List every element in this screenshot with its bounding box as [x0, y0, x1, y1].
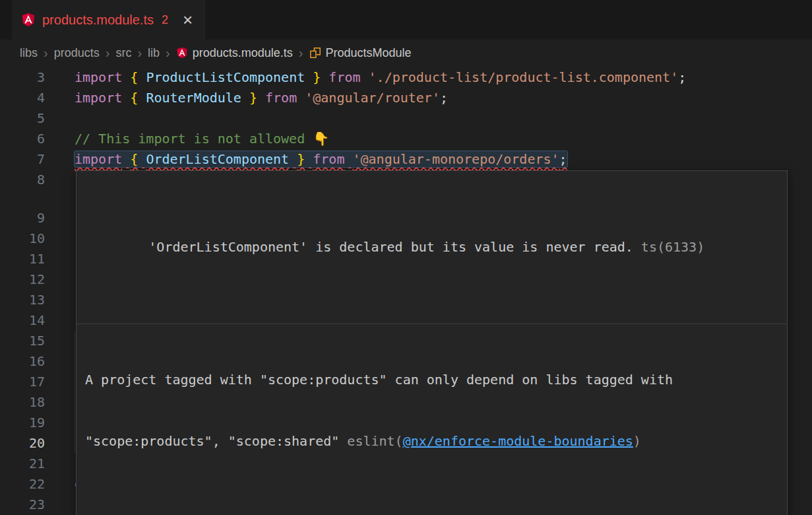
diagnostic-hover-widget: 'OrderListComponent' is declared but its…: [76, 170, 788, 515]
error-squiggle-range[interactable]: import { OrderListComponent } from '@ang…: [75, 151, 567, 167]
line-number[interactable]: 15: [0, 331, 45, 351]
line-content: [45, 228, 75, 249]
breadcrumb-item-file[interactable]: products.module.ts: [176, 46, 293, 60]
code-token: // This import is not allowed 👇: [75, 131, 329, 147]
breadcrumb-item-libs[interactable]: libs: [20, 46, 38, 60]
line-number[interactable]: 17: [0, 372, 45, 392]
code-token: }: [249, 90, 257, 106]
line-number[interactable]: 16: [0, 351, 45, 372]
code-token: [122, 69, 130, 85]
chevron-right-icon: ›: [137, 46, 142, 59]
code-token: './product-list/product-list.component': [369, 69, 679, 85]
line-number[interactable]: 23: [0, 495, 45, 515]
line-content: [45, 269, 75, 290]
line-number[interactable]: 12: [0, 269, 45, 290]
line-number[interactable]: 20: [0, 433, 45, 454]
chevron-right-icon: ›: [299, 46, 303, 59]
code-token: {: [130, 151, 138, 167]
code-token: import: [75, 69, 122, 85]
breadcrumb-item-symbol[interactable]: ProductsModule: [309, 46, 412, 60]
code-token: [344, 151, 352, 167]
ts-diagnostic-source: ts(6133): [641, 239, 704, 255]
line-number[interactable]: 7: [0, 149, 45, 170]
code-token: OrderListComponent: [146, 151, 289, 167]
code-token: [138, 69, 146, 85]
line-number[interactable]: 5: [0, 108, 45, 129]
code-token: RouterModule: [146, 90, 241, 106]
line-content: [45, 249, 75, 269]
line-content: import { ProductListComponent } from './…: [45, 67, 686, 88]
line-content: import { OrderListComponent } from '@ang…: [45, 149, 567, 170]
editor[interactable]: 3import { ProductListComponent } from '.…: [0, 66, 812, 515]
code-token: [305, 69, 313, 85]
code-token: import: [75, 90, 122, 106]
code-token: import: [75, 151, 122, 167]
line-number[interactable]: 10: [0, 228, 45, 249]
code-token: ;: [440, 90, 448, 106]
code-token: ProductListComponent: [146, 69, 305, 85]
tab-products-module[interactable]: products.module.ts 2 ×: [12, 0, 205, 40]
line-number[interactable]: 6: [0, 129, 45, 149]
breadcrumb-item-lib[interactable]: lib: [148, 46, 160, 60]
breadcrumb-file-label: products.module.ts: [193, 46, 293, 60]
line-number[interactable]: 21: [0, 454, 45, 474]
line-number[interactable]: 9: [0, 208, 45, 228]
code-line-5[interactable]: 5: [0, 108, 812, 129]
code-token: from: [265, 90, 297, 106]
line-content: [45, 495, 75, 515]
close-icon[interactable]: ×: [183, 11, 193, 28]
line-content: import { RouterModule } from '@angular/r…: [45, 88, 448, 108]
tab-label: products.module.ts: [42, 13, 154, 28]
class-symbol-icon: [309, 47, 321, 59]
code-token: [122, 90, 130, 106]
breadcrumb-item-src[interactable]: src: [115, 46, 131, 60]
angular-icon: [21, 13, 36, 27]
line-content: [45, 208, 75, 228]
code-line-3[interactable]: 3import { ProductListComponent } from '.…: [0, 67, 812, 88]
breadcrumb-item-products[interactable]: products: [54, 46, 100, 60]
breadcrumb: libs › products › src › lib › products.m…: [0, 40, 812, 66]
code-token: from: [313, 151, 344, 167]
chevron-right-icon: ›: [106, 46, 110, 59]
line-number[interactable]: 3: [0, 67, 45, 88]
eslint-source-open: eslint(: [347, 433, 402, 449]
eslint-rule-link[interactable]: @nx/enforce-module-boundaries: [403, 433, 633, 449]
code-token: ;: [678, 69, 686, 85]
angular-icon: [176, 47, 188, 59]
code-token: from: [328, 69, 360, 85]
code-line-4[interactable]: 4import { RouterModule } from '@angular/…: [0, 88, 812, 108]
line-content: [45, 170, 75, 190]
code-token: [138, 151, 146, 167]
code-line-7[interactable]: 7import { OrderListComponent } from '@an…: [0, 149, 812, 170]
code-line-6[interactable]: 6// This import is not allowed 👇: [0, 129, 812, 149]
line-number[interactable]: 13: [0, 290, 45, 310]
tab-bar: products.module.ts 2 ×: [0, 0, 812, 40]
code-token: {: [130, 90, 138, 106]
code-token: [297, 90, 305, 106]
line-content: [45, 108, 75, 129]
line-number[interactable]: 8: [0, 170, 45, 190]
chevron-right-icon: ›: [166, 46, 170, 59]
breadcrumb-symbol-label: ProductsModule: [326, 46, 412, 60]
line-number[interactable]: 18: [0, 392, 45, 413]
code-token: [289, 151, 297, 167]
line-number[interactable]: 22: [0, 474, 45, 495]
line-number[interactable]: 14: [0, 310, 45, 331]
line-number[interactable]: 4: [0, 88, 45, 108]
code-token: [257, 90, 265, 106]
line-number[interactable]: 19: [0, 413, 45, 433]
code-token: [138, 90, 146, 106]
code-token: [241, 90, 249, 106]
line-content: [45, 290, 75, 310]
eslint-message-line-2: "scope:products", "scope:shared" eslint(…: [85, 431, 778, 452]
code-token: [122, 151, 130, 167]
code-token: [361, 69, 369, 85]
line-content: // This import is not allowed 👇: [45, 129, 329, 149]
tab-problem-count-badge: 2: [162, 13, 168, 27]
code-token: [305, 151, 313, 167]
eslint-source-close: ): [633, 433, 641, 449]
code-token: }: [313, 69, 321, 85]
line-number[interactable]: 11: [0, 249, 45, 269]
hover-ts-diagnostic: 'OrderListComponent' is declared but its…: [77, 212, 787, 283]
eslint-message-line-1: A project tagged with "scope:products" c…: [85, 370, 778, 390]
